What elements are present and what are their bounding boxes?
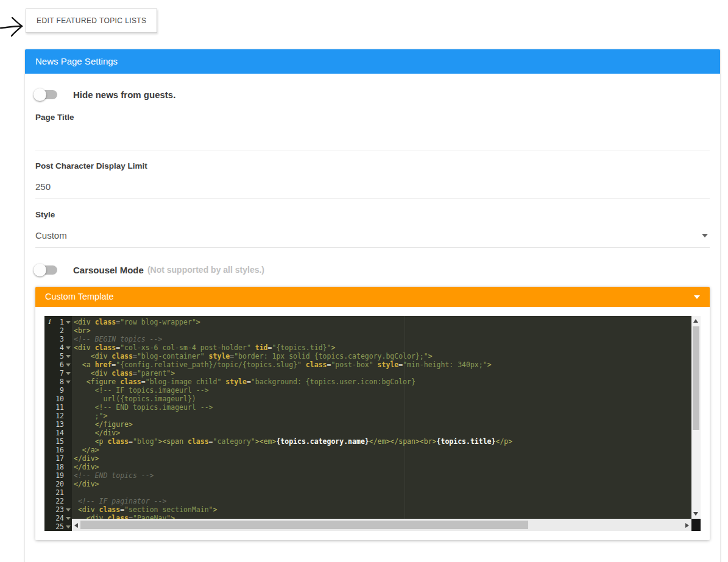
fold-spacer [64,488,72,497]
line-number: 25 [44,522,64,531]
gutter-cell: 6 [44,360,72,369]
toggle-knob-icon [34,264,46,276]
code-line: i1<div class="row blog-wrapper"> [44,318,701,326]
edit-featured-topic-lists-button[interactable]: EDIT FEATURED TOPIC LISTS [26,9,157,33]
fold-caret-icon[interactable] [64,360,72,369]
gutter-cell: 8 [44,378,72,386]
fold-spacer [64,395,72,403]
code-line: 22 <!-- IF paginator --> [44,497,701,505]
vertical-scrollbar[interactable] [691,316,701,519]
carousel-mode-label: Carsousel Mode [73,265,144,275]
code-line: 5 <div class="blog-container" style="bor… [44,352,701,360]
panel-header: News Page Settings [25,49,720,74]
code-line: 8 <figure class="blog-image child" style… [44,378,701,386]
code-text: <!-- END topics --> [72,471,154,480]
gutter-cell: 15 [44,437,72,446]
custom-template-card: Custom Template i1<div class="row blog-w… [35,287,710,540]
line-number: 18 [44,463,64,471]
fold-caret-icon[interactable] [64,514,72,522]
fold-spacer [64,326,72,335]
scroll-down-icon[interactable] [693,512,698,516]
horizontal-scroll-thumb[interactable] [80,521,528,529]
style-field: Style Custom [35,210,710,248]
code-text: url({topics.imageurl}) [72,395,196,403]
gutter-cell: 22 [44,497,72,505]
code-text: <!-- IF paginator --> [72,497,166,505]
line-number: 10 [44,395,64,403]
code-text: <figure class="blog-image child" style="… [72,378,415,386]
gutter-cell: 17 [44,454,72,463]
code-text: <div class="parent"> [72,369,175,378]
code-editor[interactable]: i1<div class="row blog-wrapper">2<br>3<!… [44,316,701,531]
custom-template-title: Custom Template [45,292,114,301]
fold-caret-icon[interactable] [64,343,72,352]
panel-body: Hide news from guests. Page Title Post C… [25,87,720,562]
code-line: 15 <p class="blog"><span class="category… [44,437,701,446]
fold-caret-icon[interactable] [64,369,72,378]
gutter-cell: 5 [44,352,72,360]
fold-spacer [64,403,72,412]
fold-caret-icon[interactable] [64,352,72,360]
gutter-cell: 11 [44,403,72,412]
vertical-scroll-thumb[interactable] [693,326,699,430]
code-line: 18</div> [44,463,701,471]
gutter-cell: 3 [44,335,72,343]
code-text: <br> [72,326,91,335]
code-text: <!-- END topics.imageurl --> [72,403,213,412]
style-select-value: Custom [35,230,67,241]
code-text: <a href="{config.relative_path}/topic/{t… [72,360,492,369]
code-line: 17</div> [44,454,701,463]
gutter-cell: 13 [44,420,72,429]
carousel-row: Carsousel Mode (Not supported by all sty… [35,262,710,277]
fold-spacer [64,429,72,437]
line-number: 23 [44,505,64,514]
gutter-cell: 12 [44,412,72,420]
news-page-settings-panel: News Page Settings Hide news from guests… [24,49,721,562]
page-title-input[interactable] [35,122,710,150]
gutter-cell: 23 [44,505,72,514]
fold-caret-icon[interactable] [64,318,72,326]
code-line: 16 </a> [44,446,701,454]
fold-caret-icon[interactable] [64,522,72,531]
code-line: 4<div class="col-xs-6 col-sm-4 post-hold… [44,343,701,352]
code-line: 19<!-- END topics --> [44,471,701,480]
fold-spacer [64,480,72,488]
code-line: 10 url({topics.imageurl}) [44,395,701,403]
scroll-up-icon[interactable] [693,319,698,323]
gutter-cell: 10 [44,395,72,403]
code-text [72,488,74,497]
code-text: <!-- BEGIN topics --> [72,335,162,343]
line-number: 13 [44,420,64,429]
fold-spacer [64,446,72,454]
code-text: ;"> [72,412,107,420]
chevron-down-icon [702,234,708,237]
scroll-left-icon[interactable] [74,523,78,528]
line-number: 15 [44,437,64,446]
hide-news-toggle[interactable] [35,90,57,99]
code-text: </div> [72,463,99,471]
fold-caret-icon[interactable] [64,505,72,514]
custom-template-body: i1<div class="row blog-wrapper">2<br>3<!… [35,307,710,540]
fold-spacer [64,497,72,505]
style-select[interactable]: Custom [35,219,710,248]
post-limit-input[interactable] [35,170,710,199]
page-title-label: Page Title [35,113,710,122]
gutter-cell: 16 [44,446,72,454]
custom-template-header[interactable]: Custom Template [35,287,710,307]
gutter-cell: 14 [44,429,72,437]
scroll-right-icon[interactable] [685,523,689,528]
code-line: 13 </figure> [44,420,701,429]
line-number: 11 [44,403,64,412]
gutter-cell: 9 [44,386,72,395]
horizontal-scrollbar[interactable] [72,519,691,531]
fold-spacer [64,386,72,395]
info-annotation-icon: i [48,318,51,326]
line-number: 14 [44,429,64,437]
fold-spacer [64,335,72,343]
carousel-mode-toggle[interactable] [35,265,57,275]
code-text: <div class="blog-container" style="borde… [72,352,433,360]
line-number: 1 [44,318,64,326]
code-text: </div> [72,454,99,463]
code-line: 23 <div class="section sectionMain"> [44,505,701,514]
fold-caret-icon[interactable] [64,378,72,386]
